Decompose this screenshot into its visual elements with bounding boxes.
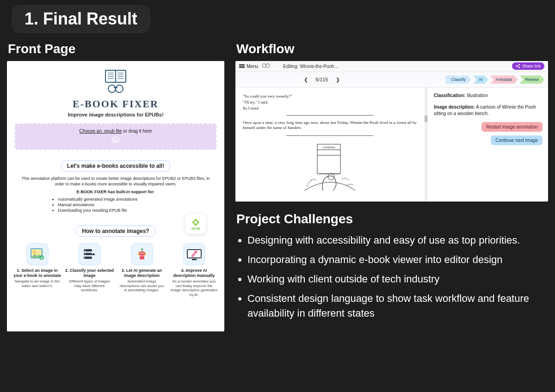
divider: [286, 115, 373, 116]
svg-point-20: [85, 257, 86, 258]
step-title: 4. Improve AI description manually: [169, 268, 219, 278]
upload-cloud-icon: [20, 136, 211, 145]
book-line: "I'll try," I said.: [243, 100, 417, 104]
restart-annotation-button[interactable]: Restart image annotation: [481, 122, 543, 132]
share-button[interactable]: Share link: [512, 62, 544, 70]
workflow-heading: Workflow: [236, 42, 548, 56]
feature-item: Automatically generated image annotation…: [58, 197, 220, 202]
step-desc: Automated image descriptions can assist …: [117, 279, 166, 293]
challenge-item: Consistent design language to show task …: [247, 291, 548, 321]
step-desc: Different types of images may have diffe…: [65, 279, 114, 293]
editor-subbar: ❮ 5/115 ❯ Classify AI Annotate Review: [235, 72, 548, 88]
book-line: So I tried.: [243, 106, 417, 110]
robot-icon: [131, 243, 153, 265]
feature-item: Downloading your resulting EPUB file: [58, 208, 220, 213]
book-illustration[interactable]: SANDERS: [243, 141, 417, 197]
continue-next-button[interactable]: Continue next image: [491, 135, 543, 145]
svg-rect-30: [192, 259, 197, 260]
book-paragraph: Once upon a time, a very long time ago n…: [243, 120, 417, 131]
chip-annotate[interactable]: Annotate: [490, 75, 518, 84]
svg-point-13: [33, 251, 35, 253]
app-title: E-BOOK FIXER: [12, 98, 220, 110]
svg-point-11: [116, 85, 123, 92]
svg-point-10: [108, 85, 116, 92]
challenge-item: Working with client outside of tech indu…: [247, 272, 548, 287]
step-1: 1. Select an image in your e-book to ann…: [12, 243, 62, 297]
feature-item: Manual annotations: [58, 202, 220, 207]
workflow-screenshot: Menu Editing: Winnie-the-Pooh… Share lin…: [235, 61, 548, 202]
challenges-heading: Project Challenges: [236, 212, 548, 227]
epub-badge: ePUB: [185, 214, 206, 234]
intro-paragraph: This annotation platform can be used to …: [20, 176, 211, 187]
chip-classify[interactable]: Classify: [445, 75, 471, 84]
upload-instruction: Choose an .epub file or drag it here: [20, 129, 211, 134]
svg-text:SANDERS: SANDERS: [323, 146, 335, 149]
chevron-right-icon[interactable]: ❯: [336, 77, 340, 83]
svg-rect-27: [138, 253, 139, 255]
upload-choose-link[interactable]: Choose an .epub file: [80, 129, 122, 134]
chip-review[interactable]: Review: [519, 75, 544, 84]
svg-rect-28: [145, 253, 146, 255]
chip-ai[interactable]: AI: [473, 75, 488, 84]
challenge-item: Designing with accessibility and easy of…: [247, 233, 548, 248]
annotation-panel: Classification: Illustration Image descr…: [428, 88, 548, 202]
svg-point-24: [140, 253, 142, 254]
left-column: Front Page: [7, 39, 224, 331]
step-4: 4. Improve AI description manually As a …: [169, 243, 219, 297]
editor-topbar: Menu Editing: Winnie-the-Pooh… Share lin…: [235, 61, 548, 72]
step-title: 3. Let AI generate an image description: [117, 268, 166, 278]
page-counter: 5/115: [315, 77, 328, 82]
svg-point-25: [142, 253, 143, 254]
step-title: 2. Classify your selected image: [65, 268, 114, 278]
svg-point-18: [85, 250, 86, 251]
share-icon: [516, 64, 520, 68]
divider: [286, 135, 373, 136]
list-icon: [79, 243, 101, 265]
svg-rect-26: [140, 256, 144, 259]
step-3: 3. Let AI generate an image description …: [117, 243, 166, 297]
right-column: Workflow Menu Editing: Winnie-the-Pooh… …: [235, 39, 548, 331]
step-title: 1. Select an image in your e-book to ann…: [12, 268, 62, 278]
challenge-item: Incorporating a dynamic e-book viewer in…: [247, 252, 548, 267]
workflow-chips: Classify AI Annotate Review: [445, 75, 544, 84]
two-column-layout: Front Page: [7, 39, 548, 331]
challenges-list: Designing with accessibility and easy of…: [247, 233, 548, 320]
scrollbar[interactable]: [425, 88, 427, 202]
svg-point-21: [141, 248, 143, 250]
frontpage-heading: Front Page: [8, 42, 224, 56]
edit-monitor-icon: [183, 243, 205, 265]
app-subtitle: Improve image descriptions for EPUBs!: [12, 112, 220, 117]
svg-line-37: [517, 65, 519, 66]
book-viewer[interactable]: "So could you very sweetly?" "I'll try,"…: [235, 88, 424, 202]
step-desc: As a human annotator you can finally imp…: [169, 279, 219, 297]
callout-accessible: Let's make e-books accessible to all!: [61, 160, 170, 172]
slide-title-pill: 1. Final Result: [12, 5, 150, 33]
step-desc: Navigate to an image in the editor and s…: [12, 279, 62, 288]
image-icon: [26, 243, 49, 265]
features-list: Automatically generated image annotation…: [58, 197, 220, 213]
svg-point-31: [262, 64, 266, 67]
svg-rect-23: [139, 251, 145, 256]
hamburger-icon: [239, 64, 245, 68]
pager: ❮ 5/115 ❯: [304, 77, 340, 83]
svg-line-38: [517, 67, 519, 67]
slide-title: 1. Final Result: [25, 9, 137, 29]
builtin-line: E-BOOK FIXER has built-in support for:: [12, 190, 220, 194]
editor-body: "So could you very sweetly?" "I'll try,"…: [235, 88, 548, 202]
menu-button[interactable]: Menu: [239, 64, 258, 69]
book-line: "So could you very sweetly?": [243, 94, 417, 98]
glasses-icon: [262, 63, 270, 69]
frontpage-screenshot: E-BOOK FIXER Improve image descriptions …: [7, 61, 224, 331]
upload-dropzone[interactable]: Choose an .epub file or drag it here: [14, 123, 217, 150]
svg-point-19: [85, 254, 86, 255]
classification-row: Classification: Illustration: [434, 92, 543, 99]
callout-howto: How to annotate images?: [76, 226, 155, 237]
classification-label: Classification:: [434, 93, 465, 98]
editing-label: Editing: Winnie-the-Pooh…: [283, 64, 339, 69]
chevron-left-icon[interactable]: ❮: [304, 77, 308, 83]
app-logo: [12, 68, 220, 96]
image-description-row: Image description: A cartoon of Winnie t…: [434, 104, 543, 116]
image-description-label: Image description:: [434, 104, 475, 110]
svg-point-32: [266, 64, 270, 67]
step-2: 2. Classify your selected image Differen…: [65, 243, 114, 297]
